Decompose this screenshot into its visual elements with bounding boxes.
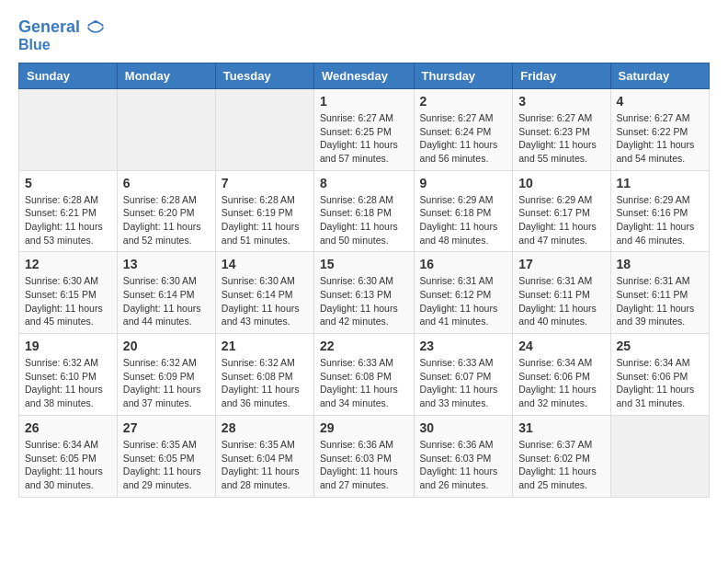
cell-content: Sunrise: 6:33 AM Sunset: 6:07 PM Dayligh…	[420, 356, 507, 410]
calendar-cell: 18Sunrise: 6:31 AM Sunset: 6:11 PM Dayli…	[610, 252, 709, 334]
day-number: 27	[123, 420, 210, 435]
cell-content: Sunrise: 6:31 AM Sunset: 6:11 PM Dayligh…	[617, 274, 703, 328]
cell-content: Sunrise: 6:27 AM Sunset: 6:23 PM Dayligh…	[518, 111, 604, 166]
calendar-cell: 10Sunrise: 6:29 AM Sunset: 6:17 PM Dayli…	[513, 170, 610, 252]
calendar-cell: 26Sunrise: 6:34 AM Sunset: 6:05 PM Dayli…	[19, 415, 118, 497]
calendar-cell: 7Sunrise: 6:28 AM Sunset: 6:19 PM Daylig…	[215, 170, 313, 252]
calendar-cell: 11Sunrise: 6:29 AM Sunset: 6:16 PM Dayli…	[610, 170, 709, 252]
logo-blue-text: Blue	[18, 37, 105, 53]
cell-content: Sunrise: 6:32 AM Sunset: 6:09 PM Dayligh…	[123, 356, 210, 410]
cell-content: Sunrise: 6:34 AM Sunset: 6:05 PM Dayligh…	[25, 438, 111, 492]
calendar-cell: 4Sunrise: 6:27 AM Sunset: 6:22 PM Daylig…	[610, 88, 709, 170]
calendar-cell: 3Sunrise: 6:27 AM Sunset: 6:23 PM Daylig…	[513, 88, 610, 170]
cell-content: Sunrise: 6:32 AM Sunset: 6:08 PM Dayligh…	[222, 356, 308, 410]
day-number: 14	[222, 257, 308, 271]
calendar-cell: 15Sunrise: 6:30 AM Sunset: 6:13 PM Dayli…	[314, 252, 415, 334]
calendar-cell: 23Sunrise: 6:33 AM Sunset: 6:07 PM Dayli…	[414, 334, 513, 416]
day-number: 17	[518, 257, 604, 271]
cell-content: Sunrise: 6:30 AM Sunset: 6:13 PM Dayligh…	[320, 274, 408, 328]
day-number: 15	[320, 257, 408, 271]
day-number: 7	[222, 176, 308, 190]
logo-text: General	[18, 18, 105, 37]
day-number: 29	[320, 420, 408, 435]
cell-content: Sunrise: 6:30 AM Sunset: 6:15 PM Dayligh…	[25, 274, 111, 328]
weekday-header-wednesday: Wednesday	[314, 63, 415, 88]
day-number: 19	[25, 339, 111, 353]
calendar-cell: 22Sunrise: 6:33 AM Sunset: 6:08 PM Dayli…	[314, 334, 415, 416]
day-number: 13	[123, 257, 210, 271]
calendar-cell	[215, 88, 313, 170]
logo: General Blue	[18, 18, 105, 53]
calendar-cell: 16Sunrise: 6:31 AM Sunset: 6:12 PM Dayli…	[414, 252, 513, 334]
calendar-cell: 27Sunrise: 6:35 AM Sunset: 6:05 PM Dayli…	[117, 415, 215, 497]
cell-content: Sunrise: 6:35 AM Sunset: 6:05 PM Dayligh…	[123, 438, 210, 492]
calendar-cell: 24Sunrise: 6:34 AM Sunset: 6:06 PM Dayli…	[513, 334, 610, 416]
cell-content: Sunrise: 6:29 AM Sunset: 6:18 PM Dayligh…	[420, 193, 507, 247]
day-number: 25	[617, 339, 703, 353]
day-number: 20	[123, 339, 210, 353]
week-row-5: 26Sunrise: 6:34 AM Sunset: 6:05 PM Dayli…	[19, 415, 710, 497]
day-number: 24	[518, 339, 604, 353]
day-number: 16	[420, 257, 507, 271]
day-number: 23	[420, 339, 507, 353]
week-row-4: 19Sunrise: 6:32 AM Sunset: 6:10 PM Dayli…	[19, 334, 710, 416]
calendar-table: SundayMondayTuesdayWednesdayThursdayFrid…	[18, 63, 710, 498]
day-number: 1	[320, 94, 408, 109]
cell-content: Sunrise: 6:28 AM Sunset: 6:19 PM Dayligh…	[222, 193, 308, 247]
day-number: 22	[320, 339, 408, 353]
calendar-cell: 28Sunrise: 6:35 AM Sunset: 6:04 PM Dayli…	[215, 415, 313, 497]
cell-content: Sunrise: 6:29 AM Sunset: 6:16 PM Dayligh…	[617, 193, 703, 247]
cell-content: Sunrise: 6:35 AM Sunset: 6:04 PM Dayligh…	[222, 438, 308, 492]
calendar-cell: 19Sunrise: 6:32 AM Sunset: 6:10 PM Dayli…	[19, 334, 118, 416]
calendar-cell: 17Sunrise: 6:31 AM Sunset: 6:11 PM Dayli…	[513, 252, 610, 334]
calendar-cell: 21Sunrise: 6:32 AM Sunset: 6:08 PM Dayli…	[215, 334, 313, 416]
day-number: 26	[25, 420, 111, 435]
calendar-cell: 25Sunrise: 6:34 AM Sunset: 6:06 PM Dayli…	[610, 334, 709, 416]
page-header: General Blue	[18, 18, 710, 53]
day-number: 2	[420, 94, 507, 109]
day-number: 31	[518, 420, 604, 435]
cell-content: Sunrise: 6:28 AM Sunset: 6:21 PM Dayligh…	[25, 193, 111, 247]
calendar-cell: 29Sunrise: 6:36 AM Sunset: 6:03 PM Dayli…	[314, 415, 415, 497]
week-row-3: 12Sunrise: 6:30 AM Sunset: 6:15 PM Dayli…	[19, 252, 710, 334]
weekday-header-saturday: Saturday	[610, 63, 709, 88]
cell-content: Sunrise: 6:30 AM Sunset: 6:14 PM Dayligh…	[222, 274, 308, 328]
cell-content: Sunrise: 6:27 AM Sunset: 6:22 PM Dayligh…	[617, 111, 703, 166]
day-number: 10	[518, 176, 604, 190]
calendar-cell	[117, 88, 215, 170]
calendar-cell: 20Sunrise: 6:32 AM Sunset: 6:09 PM Dayli…	[117, 334, 215, 416]
cell-content: Sunrise: 6:32 AM Sunset: 6:10 PM Dayligh…	[25, 356, 111, 410]
cell-content: Sunrise: 6:27 AM Sunset: 6:24 PM Dayligh…	[420, 111, 507, 166]
calendar-cell: 1Sunrise: 6:27 AM Sunset: 6:25 PM Daylig…	[314, 88, 415, 170]
cell-content: Sunrise: 6:28 AM Sunset: 6:20 PM Dayligh…	[123, 193, 210, 247]
cell-content: Sunrise: 6:31 AM Sunset: 6:12 PM Dayligh…	[420, 274, 507, 328]
calendar-cell: 6Sunrise: 6:28 AM Sunset: 6:20 PM Daylig…	[117, 170, 215, 252]
calendar-cell: 14Sunrise: 6:30 AM Sunset: 6:14 PM Dayli…	[215, 252, 313, 334]
weekday-header-friday: Friday	[513, 63, 610, 88]
day-number: 8	[320, 176, 408, 190]
cell-content: Sunrise: 6:36 AM Sunset: 6:03 PM Dayligh…	[420, 438, 507, 492]
day-number: 11	[617, 176, 703, 190]
day-number: 5	[25, 176, 111, 190]
day-number: 12	[25, 257, 111, 271]
day-number: 21	[222, 339, 308, 353]
calendar-cell: 12Sunrise: 6:30 AM Sunset: 6:15 PM Dayli…	[19, 252, 118, 334]
weekday-header-thursday: Thursday	[414, 63, 513, 88]
cell-content: Sunrise: 6:29 AM Sunset: 6:17 PM Dayligh…	[518, 193, 604, 247]
day-number: 4	[617, 94, 703, 109]
calendar-cell: 13Sunrise: 6:30 AM Sunset: 6:14 PM Dayli…	[117, 252, 215, 334]
calendar-cell	[19, 88, 118, 170]
week-row-1: 1Sunrise: 6:27 AM Sunset: 6:25 PM Daylig…	[19, 88, 710, 170]
cell-content: Sunrise: 6:34 AM Sunset: 6:06 PM Dayligh…	[617, 356, 703, 410]
day-number: 9	[420, 176, 507, 190]
cell-content: Sunrise: 6:30 AM Sunset: 6:14 PM Dayligh…	[123, 274, 210, 328]
cell-content: Sunrise: 6:37 AM Sunset: 6:02 PM Dayligh…	[518, 438, 604, 492]
cell-content: Sunrise: 6:27 AM Sunset: 6:25 PM Dayligh…	[320, 111, 408, 166]
weekday-header-sunday: Sunday	[19, 63, 118, 88]
calendar-cell: 5Sunrise: 6:28 AM Sunset: 6:21 PM Daylig…	[19, 170, 118, 252]
calendar-cell: 9Sunrise: 6:29 AM Sunset: 6:18 PM Daylig…	[414, 170, 513, 252]
calendar-cell: 31Sunrise: 6:37 AM Sunset: 6:02 PM Dayli…	[513, 415, 610, 497]
calendar-cell: 2Sunrise: 6:27 AM Sunset: 6:24 PM Daylig…	[414, 88, 513, 170]
week-row-2: 5Sunrise: 6:28 AM Sunset: 6:21 PM Daylig…	[19, 170, 710, 252]
weekday-header-monday: Monday	[117, 63, 215, 88]
